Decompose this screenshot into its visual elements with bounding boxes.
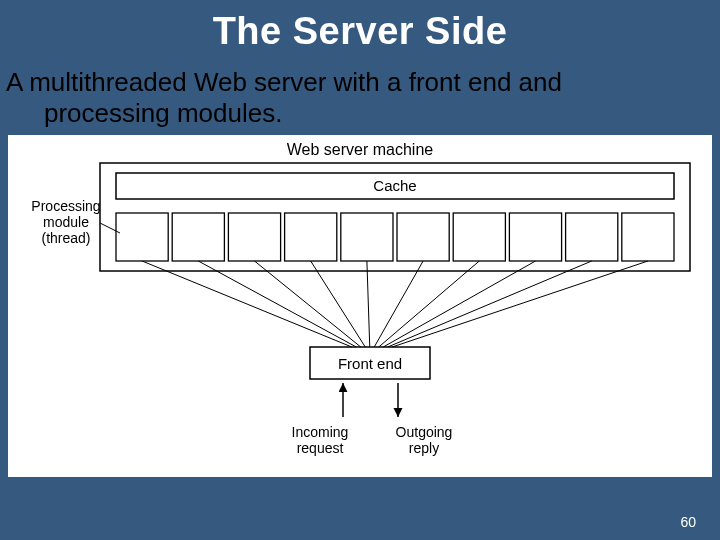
fan-line [367, 261, 370, 347]
module-box [228, 213, 280, 261]
body-text: A multithreaded Web server with a front … [0, 61, 720, 129]
label-cache: Cache [373, 177, 416, 194]
fan-line [392, 261, 648, 347]
label-web-server-machine: Web server machine [287, 141, 434, 158]
module-box [172, 213, 224, 261]
label-outgoing-l1: Outgoing [396, 424, 453, 440]
module-box [397, 213, 449, 261]
module-box [341, 213, 393, 261]
module-boxes [116, 213, 674, 261]
page-number: 60 [680, 514, 696, 530]
module-box [453, 213, 505, 261]
fan-line [311, 261, 366, 347]
label-processing-module-l3: (thread) [41, 230, 90, 246]
title-text: The Server Side [0, 10, 720, 53]
label-front-end: Front end [338, 355, 402, 372]
fan-line [142, 261, 352, 347]
module-box [622, 213, 674, 261]
fan-line [198, 261, 356, 347]
fan-lines [142, 261, 648, 347]
fan-line [383, 261, 535, 347]
label-processing-module-l1: Processing [31, 198, 100, 214]
label-outgoing-l2: reply [409, 440, 439, 456]
fan-line [374, 261, 423, 347]
module-box [509, 213, 561, 261]
body-line-1: A multithreaded Web server with a front … [6, 67, 714, 98]
module-box [116, 213, 168, 261]
diagram: Web server machine Cache Processing modu… [8, 135, 712, 477]
module-box [285, 213, 337, 261]
fan-line [255, 261, 361, 347]
label-incoming-l2: request [297, 440, 344, 456]
label-incoming-l1: Incoming [292, 424, 349, 440]
fan-line [388, 261, 592, 347]
module-box [566, 213, 618, 261]
slide-title: The Server Side [0, 0, 720, 61]
body-line-2: processing modules. [6, 98, 714, 129]
diagram-svg: Web server machine Cache Processing modu… [8, 137, 712, 473]
label-processing-module-l2: module [43, 214, 89, 230]
pointer-processing-module [100, 223, 120, 233]
